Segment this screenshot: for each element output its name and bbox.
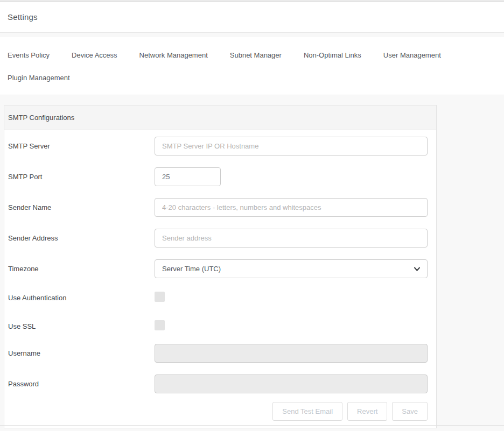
tab-events-policy[interactable]: Events Policy	[8, 51, 50, 60]
timezone-select[interactable]: Server Time (UTC)	[155, 259, 428, 278]
tab-network-management[interactable]: Network Management	[139, 51, 208, 60]
smtp-port-row: SMTP Port	[8, 167, 428, 186]
password-row: Password	[8, 375, 428, 393]
page-title: Settings	[8, 12, 38, 22]
sender-name-label: Sender Name	[8, 203, 155, 211]
smtp-config-panel-header: SMTP Configurations	[4, 105, 436, 130]
smtp-config-panel-title: SMTP Configurations	[8, 114, 74, 122]
password-input[interactable]	[155, 375, 428, 393]
smtp-config-panel: SMTP Configurations SMTP Server SMTP Por…	[4, 105, 437, 428]
form-actions: Send Test Email Revert Save	[8, 402, 428, 421]
tab-non-optimal-links[interactable]: Non-Optimal Links	[304, 51, 361, 60]
sender-address-input[interactable]	[155, 229, 428, 248]
page-header: Settings	[0, 2, 504, 33]
timezone-row: Timezone Server Time (UTC)	[8, 259, 428, 278]
settings-content: SMTP Configurations SMTP Server SMTP Por…	[0, 95, 504, 428]
save-button[interactable]: Save	[392, 402, 428, 421]
sender-name-input[interactable]	[155, 198, 428, 217]
smtp-port-input[interactable]	[155, 167, 221, 186]
revert-button[interactable]: Revert	[347, 402, 387, 421]
use-authentication-checkbox[interactable]	[155, 292, 165, 302]
tab-device-access[interactable]: Device Access	[72, 51, 117, 60]
use-ssl-row: Use SSL	[8, 320, 428, 333]
sender-address-label: Sender Address	[8, 234, 155, 242]
bottom-divider	[0, 425, 504, 426]
settings-screen: Settings Events Policy Device Access Net…	[0, 0, 504, 431]
username-input[interactable]	[155, 344, 428, 363]
use-ssl-label: Use SSL	[8, 322, 155, 330]
sender-address-row: Sender Address	[8, 229, 428, 248]
send-test-email-button[interactable]: Send Test Email	[272, 402, 342, 421]
smtp-port-label: SMTP Port	[8, 173, 155, 181]
sender-name-row: Sender Name	[8, 198, 428, 217]
timezone-label: Timezone	[8, 265, 155, 273]
username-label: Username	[8, 349, 155, 357]
smtp-server-row: SMTP Server	[8, 137, 428, 156]
username-row: Username	[8, 344, 428, 363]
smtp-server-label: SMTP Server	[8, 142, 155, 150]
settings-tabs: Events Policy Device Access Network Mana…	[0, 37, 504, 95]
use-authentication-label: Use Authentication	[8, 294, 155, 302]
use-authentication-row: Use Authentication	[8, 292, 428, 304]
smtp-server-input[interactable]	[155, 137, 428, 156]
tab-plugin-management[interactable]: Plugin Management	[8, 74, 70, 82]
smtp-config-form: SMTP Server SMTP Port Sender Name	[4, 130, 436, 428]
tab-user-management[interactable]: User Management	[383, 51, 441, 60]
password-label: Password	[8, 380, 155, 388]
use-ssl-checkbox[interactable]	[155, 320, 165, 330]
tab-subnet-manager[interactable]: Subnet Manager	[230, 51, 282, 60]
